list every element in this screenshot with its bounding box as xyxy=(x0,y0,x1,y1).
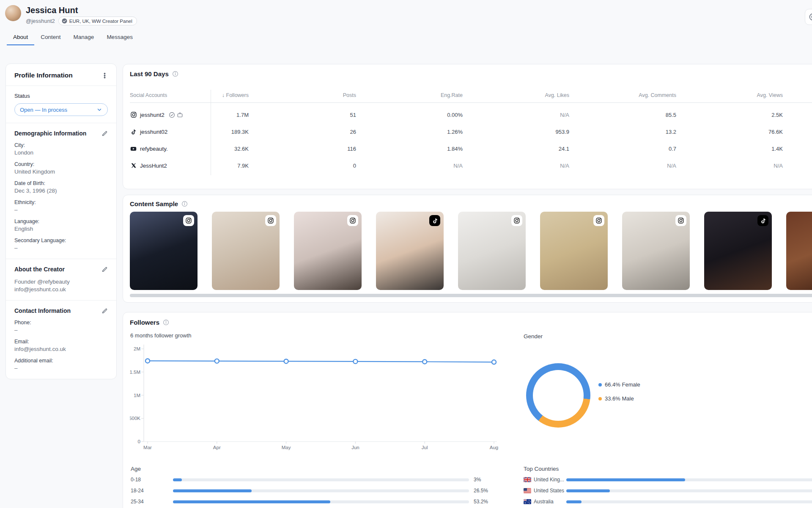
contact-field-label: Email: xyxy=(14,339,108,345)
info-icon[interactable] xyxy=(181,201,188,207)
about-creator-section: About the Creator Founder @refybeauty in… xyxy=(6,259,116,300)
instagram-icon xyxy=(130,111,137,118)
contact-field: Phone:– xyxy=(14,320,108,333)
edit-pencil-icon[interactable] xyxy=(102,308,108,314)
demographic-field-label: Secondary Language: xyxy=(14,237,108,243)
social-account-cell[interactable]: jesshunt2 xyxy=(130,111,211,118)
content-thumbnail[interactable] xyxy=(212,212,280,290)
account-badges xyxy=(169,112,183,118)
social-account-cell[interactable]: jesshunt02 xyxy=(130,129,211,135)
gender-donut-chart xyxy=(526,363,590,428)
demographic-field-label: Date of Birth: xyxy=(14,180,108,186)
table-header: Social Accounts↓ FollowersPostsEng.RateA… xyxy=(130,88,812,103)
metric-cell: 13.2 xyxy=(569,129,676,135)
metric-cell: N/A xyxy=(463,163,569,169)
metric-cell: 51 xyxy=(249,112,356,118)
age-row: 25-3453.2% xyxy=(131,496,488,507)
column-header-posts[interactable]: Posts xyxy=(249,92,356,98)
info-icon[interactable] xyxy=(172,71,178,77)
metric-cell: N/A xyxy=(356,163,463,169)
activity-log-button[interactable] xyxy=(805,9,812,25)
country-bar-fill xyxy=(566,478,685,481)
content-thumbnail[interactable] xyxy=(786,212,812,290)
metric-cell: 2.5K xyxy=(676,112,783,118)
content-thumbnail[interactable] xyxy=(458,212,526,290)
column-header-avg-likes[interactable]: Avg. Likes xyxy=(463,92,569,98)
verified-check-icon[interactable] xyxy=(169,112,175,118)
portfolio-icon[interactable] xyxy=(177,112,183,118)
instagram-icon xyxy=(265,215,276,226)
metric-cell: 0.00% xyxy=(356,112,463,118)
contact-title: Contact Information xyxy=(14,307,71,314)
instagram-icon xyxy=(593,215,604,226)
age-bar-track xyxy=(173,500,469,503)
table-row: refybeauty.32.6K1161.84%24.10.71.4K xyxy=(130,140,812,157)
flag-gb-icon xyxy=(524,477,531,482)
country-bar-track xyxy=(566,500,812,503)
edit-pencil-icon[interactable] xyxy=(102,266,108,273)
country-label: Australia xyxy=(534,499,566,505)
contact-section: Contact Information Phone:–Email:info@je… xyxy=(6,300,116,379)
horizontal-scrollbar[interactable] xyxy=(130,294,812,297)
metric-cell: 1.26% xyxy=(356,129,463,135)
column-header-avg-views[interactable]: Avg. Views xyxy=(676,92,783,98)
demographic-field: Country:United Kingdom xyxy=(14,161,108,175)
column-header-eng-rate[interactable]: Eng.Rate xyxy=(356,92,463,98)
tab-messages[interactable]: Messages xyxy=(100,31,139,45)
tiktok-icon xyxy=(130,129,137,135)
svg-text:Apr: Apr xyxy=(213,445,221,450)
about-creator-title: About the Creator xyxy=(14,266,65,273)
country-bar-fill xyxy=(566,500,582,503)
svg-text:1M: 1M xyxy=(134,393,140,398)
age-row: 18-2426.5% xyxy=(131,485,488,496)
content-thumbnail[interactable] xyxy=(130,212,198,290)
content-thumbnail[interactable] xyxy=(294,212,362,290)
tab-manage[interactable]: Manage xyxy=(67,31,101,45)
info-icon[interactable] xyxy=(163,319,169,326)
social-account-cell[interactable]: refybeauty. xyxy=(130,145,211,152)
page-title: Jessica Hunt xyxy=(26,6,78,15)
demographic-title: Demographic Information xyxy=(14,130,86,137)
country-row: United King... xyxy=(524,474,812,485)
svg-text:500K: 500K xyxy=(130,416,140,421)
instagram-icon xyxy=(511,215,522,226)
age-range-label: 18-24 xyxy=(131,488,173,494)
content-thumbnail[interactable] xyxy=(622,212,690,290)
column-header-followers[interactable]: ↓ Followers xyxy=(211,92,249,98)
metric-cell: 0.7 xyxy=(569,146,676,152)
country-bar-track xyxy=(566,478,812,481)
flag-au-icon xyxy=(524,499,531,504)
demographic-field-value: London xyxy=(14,149,108,156)
profile-information-card: Profile Information Status Open — In pro… xyxy=(5,64,117,379)
metric-cell: 116 xyxy=(249,146,356,152)
gender-title: Gender xyxy=(524,333,543,340)
account-name: refybeauty. xyxy=(140,146,168,152)
metric-cell: 1.4K xyxy=(676,146,783,152)
kebab-menu-icon[interactable] xyxy=(102,72,108,79)
tab-about[interactable]: About xyxy=(7,31,34,45)
country-row: Australia xyxy=(524,496,812,507)
age-bar-track xyxy=(173,478,469,481)
age-bar-chart: 0-183%18-2426.5%25-3453.2% xyxy=(131,474,488,507)
legend-label: 33.6% Male xyxy=(605,395,634,402)
content-thumbnail[interactable] xyxy=(704,212,772,290)
column-header-avg-comments[interactable]: Avg. Comments xyxy=(569,92,676,98)
social-account-cell[interactable]: JessHunt2 xyxy=(130,163,211,169)
demographic-field: Secondary Language:– xyxy=(14,237,108,251)
edit-pencil-icon[interactable] xyxy=(102,130,108,137)
demographic-section: Demographic Information City:LondonCount… xyxy=(6,123,116,259)
demographic-field-label: Language: xyxy=(14,218,108,224)
tab-content[interactable]: Content xyxy=(34,31,67,45)
svg-text:2M: 2M xyxy=(134,346,140,351)
content-thumbnail[interactable] xyxy=(540,212,608,290)
status-value: Open — In process xyxy=(20,107,67,113)
demographic-field-value: Dec 3, 1996 (28) xyxy=(14,188,108,194)
svg-text:Aug: Aug xyxy=(490,445,498,450)
gender-legend-item: 33.6% Male xyxy=(598,395,634,402)
svg-text:Jun: Jun xyxy=(351,445,359,450)
contact-field-label: Additional email: xyxy=(14,358,108,364)
youtube-icon xyxy=(130,145,137,152)
tiktok-icon xyxy=(429,215,440,226)
content-thumbnail[interactable] xyxy=(376,212,444,290)
status-dropdown[interactable]: Open — In process xyxy=(14,103,108,116)
